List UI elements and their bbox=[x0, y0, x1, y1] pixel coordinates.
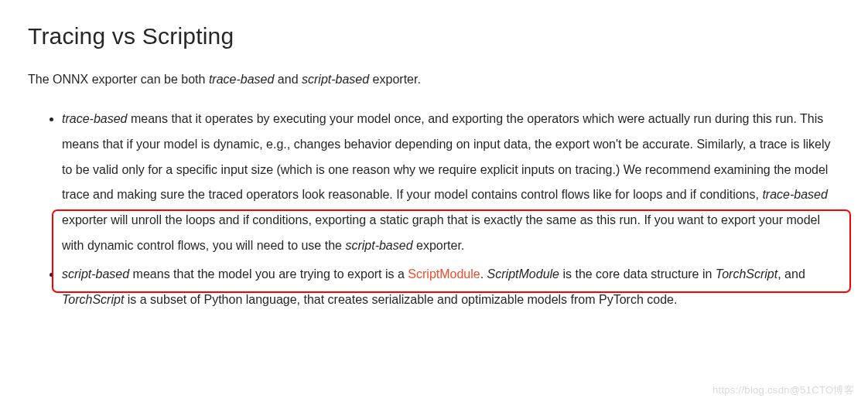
intro-text-mid: and bbox=[274, 73, 302, 86]
bullet2-em1: script-based bbox=[62, 267, 129, 281]
list-item: script-based means that the model you ar… bbox=[62, 262, 840, 313]
intro-text-post: exporter. bbox=[369, 73, 421, 86]
bullet2-em2: ScriptModule bbox=[487, 267, 559, 281]
bullet1-em1: trace-based bbox=[62, 112, 128, 125]
bullet1-em3: script-based bbox=[345, 239, 412, 252]
bullet1-em2: trace-based bbox=[762, 188, 828, 201]
bullet2-t3: is the core data structure in bbox=[559, 267, 716, 281]
scriptmodule-link[interactable]: ScriptModule bbox=[408, 267, 480, 281]
list-item: trace-based means that it operates by ex… bbox=[62, 107, 840, 260]
bullet2-t5: is a subset of Python language, that cre… bbox=[124, 293, 677, 306]
bullet-list: trace-based means that it operates by ex… bbox=[28, 107, 840, 314]
bullet2-t4: , and bbox=[777, 267, 805, 281]
intro-text-pre: The ONNX exporter can be both bbox=[28, 73, 209, 86]
bullet2-t1: means that the model you are trying to e… bbox=[129, 267, 408, 281]
bullet1-t1: means that it operates by executing your… bbox=[62, 112, 831, 202]
bullet2-em4: TorchScript bbox=[62, 293, 124, 306]
page-heading: Tracing vs Scripting bbox=[28, 23, 840, 49]
bullet2-t2: . bbox=[480, 267, 487, 281]
intro-paragraph: The ONNX exporter can be both trace-base… bbox=[28, 70, 840, 90]
intro-em2: script-based bbox=[302, 73, 369, 86]
bullet1-t3: exporter. bbox=[413, 239, 465, 252]
watermark-text: https://blog.csdn@51CTO博客 bbox=[713, 383, 854, 397]
intro-em1: trace-based bbox=[209, 73, 275, 86]
bullet2-em3: TorchScript bbox=[716, 267, 777, 281]
